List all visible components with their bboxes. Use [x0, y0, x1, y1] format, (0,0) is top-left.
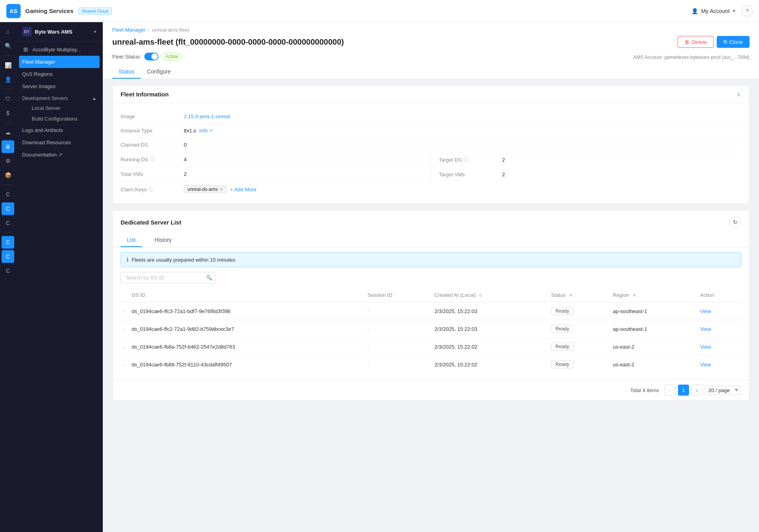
th-region[interactable]: Region ▼: [610, 288, 697, 302]
sidebar-item-download[interactable]: Download Resources: [16, 136, 103, 149]
row-expand-icon[interactable]: ›: [124, 345, 125, 349]
tab-status[interactable]: Status: [112, 65, 141, 79]
pagination-prev-button[interactable]: ‹: [665, 385, 676, 396]
ds-table: DS ID Session ID Created At (Local) ⇅: [121, 288, 741, 373]
search-input-wrap: 🔍: [121, 272, 215, 283]
icon-search[interactable]: 🔍: [2, 40, 14, 52]
fleet-info-collapse-icon[interactable]: ∧: [736, 91, 741, 98]
icon-dollar[interactable]: $: [2, 107, 14, 119]
icon-gear[interactable]: ⚙: [2, 155, 14, 167]
fleet-status-toggle[interactable]: [144, 53, 159, 60]
claim-keys-label: Claim Keys ⓘ: [121, 186, 184, 193]
running-ds-help-icon: ⓘ: [150, 156, 155, 163]
sidebar: BY Byte Wars AMS ▾ ⊞ AccelByte Multiplay…: [16, 22, 103, 532]
sidebar-item-documentation[interactable]: Documentation ↗: [16, 149, 103, 161]
cell-action: View: [697, 338, 741, 356]
search-icon[interactable]: 🔍: [206, 275, 212, 281]
icon-person[interactable]: 👤: [2, 73, 14, 86]
cloud-badge[interactable]: Shared Cloud: [78, 8, 112, 15]
claim-keys-value: unreal-ds-ams ✕ + Add More: [184, 185, 741, 193]
fleet-info-panel: Fleet Information ∧ Image 2.15.0-ams-1-u…: [112, 85, 750, 204]
view-link-3[interactable]: View: [700, 362, 711, 368]
sidebar-nav: ⊞ AccelByte Multiplay... Fleet Manager Q…: [16, 42, 103, 162]
row-expand-icon[interactable]: ›: [124, 362, 125, 367]
icon-c5[interactable]: C: [2, 250, 14, 263]
info-two-col-row-2: Total VMs 2 Target VMs 2: [121, 167, 741, 181]
fleet-info-header: Fleet Information ∧: [113, 86, 749, 103]
page-actions: 🗑 Delete ⧉ Clone: [678, 36, 750, 48]
status-badge-0: Ready: [551, 307, 574, 315]
cell-session-id: -: [364, 320, 431, 338]
table-row: › ds_0194cae6-fb89-752f-8110-43cdaff4950…: [121, 356, 741, 374]
page-size-select[interactable]: 20 / page 50 / page 100 / page: [705, 386, 741, 395]
view-link-0[interactable]: View: [700, 308, 711, 314]
info-row-target-vms: Target VMs 2: [431, 167, 741, 181]
icon-c1[interactable]: C: [2, 188, 14, 201]
sidebar-item-qos[interactable]: QoS Regions: [16, 68, 103, 80]
tab-configure[interactable]: Configure: [141, 65, 177, 79]
tab-list[interactable]: List: [121, 234, 142, 247]
table-head: DS ID Session ID Created At (Local) ⇅: [121, 288, 741, 302]
icon-cloud[interactable]: ☁: [2, 126, 14, 139]
sidebar-item-accelbye[interactable]: ⊞ AccelByte Multiplay...: [16, 43, 103, 56]
view-link-1[interactable]: View: [700, 326, 711, 332]
icon-chart[interactable]: 📊: [2, 59, 14, 72]
info-row-target-ds: Target DS ⓘ 2: [431, 152, 741, 167]
breadcrumb-sep: ›: [148, 27, 149, 33]
dev-servers-chevron-icon: ▲: [92, 96, 96, 101]
icon-c6[interactable]: C: [2, 264, 14, 277]
workspace-chevron-icon: ▾: [94, 29, 96, 34]
claim-tag-remove-icon[interactable]: ✕: [219, 187, 223, 192]
sidebar-dev-servers-group[interactable]: Development Servers ▲: [16, 92, 103, 103]
add-more-link[interactable]: + Add More: [230, 187, 257, 192]
icon-server[interactable]: 🖥: [2, 140, 14, 153]
delete-button[interactable]: 🗑 Delete: [678, 36, 714, 48]
ds-table-wrap: DS ID Session ID Created At (Local) ⇅: [121, 288, 741, 373]
icon-strip-sep-5: [3, 232, 13, 233]
breadcrumb-parent[interactable]: Fleet Manager: [112, 27, 145, 33]
cell-session-id: -: [364, 356, 431, 374]
sidebar-workspace-header[interactable]: BY Byte Wars AMS ▾: [16, 22, 103, 42]
sidebar-item-fleet-manager[interactable]: Fleet Manager: [19, 56, 100, 68]
clone-button[interactable]: ⧉ Clone: [717, 36, 750, 48]
th-created-at[interactable]: Created At (Local) ⇅: [431, 288, 548, 302]
view-link-2[interactable]: View: [700, 344, 711, 350]
cell-region: ap-southeast-1: [610, 302, 697, 320]
icon-c3[interactable]: C: [2, 217, 14, 229]
tab-history[interactable]: History: [148, 234, 178, 247]
instance-info-link[interactable]: Info ↗: [199, 128, 213, 134]
workspace-title: Byte Wars AMS: [35, 29, 72, 35]
topbar-right[interactable]: 👤 My Account ▾ ?: [691, 6, 753, 17]
sidebar-label-qos: QoS Regions: [22, 71, 53, 77]
image-link[interactable]: 2.15.0-ams-1-unreal: [184, 113, 230, 119]
th-status[interactable]: Status ▼: [548, 288, 610, 302]
search-input[interactable]: [121, 272, 215, 283]
dev-servers-label: Development Servers: [22, 96, 68, 101]
target-ds-value: 2: [502, 157, 741, 163]
cell-action: View: [697, 356, 741, 374]
accelbye-icon: ⊞: [22, 46, 29, 53]
info-two-col-row-1: Running DS ⓘ 4 Target DS ⓘ 2: [121, 152, 741, 167]
content-inner: Fleet Manager › unreal-ams-fleet unreal-…: [103, 22, 759, 407]
sidebar-item-build-configs[interactable]: Build Configurations: [28, 113, 103, 124]
row-expand-icon[interactable]: ›: [124, 327, 125, 332]
icon-box[interactable]: 📦: [2, 169, 14, 181]
cell-status: Ready: [548, 338, 610, 356]
icon-shield[interactable]: 🛡: [2, 92, 14, 105]
icon-c2[interactable]: C: [2, 202, 14, 215]
help-button[interactable]: ?: [742, 6, 753, 17]
info-row-claimed-ds: Claimed DS 0: [121, 138, 741, 152]
refresh-button[interactable]: ↻: [729, 216, 741, 228]
row-expand-icon[interactable]: ›: [124, 309, 125, 314]
sidebar-item-local-server[interactable]: Local Server: [28, 103, 103, 113]
sidebar-item-server-images[interactable]: Server Images: [16, 80, 103, 92]
sidebar-item-logs[interactable]: Logs and Artifacts: [16, 124, 103, 136]
icon-home[interactable]: ⌂: [2, 25, 14, 38]
cell-ds-id: ds_0194cae6-fb8a-752f-b462-2547e2d8d763: [128, 338, 364, 356]
icon-c4[interactable]: C: [2, 236, 14, 249]
pagination-next-button[interactable]: ›: [691, 385, 702, 396]
cell-created-at: 2/3/2025, 15:22:02: [431, 338, 548, 356]
pagination-page-1-button[interactable]: 1: [678, 385, 689, 396]
pagination: Total 4 items ‹ 1 › 20 / page 50 / page …: [113, 379, 749, 400]
notice-info-icon: ℹ: [126, 257, 128, 263]
